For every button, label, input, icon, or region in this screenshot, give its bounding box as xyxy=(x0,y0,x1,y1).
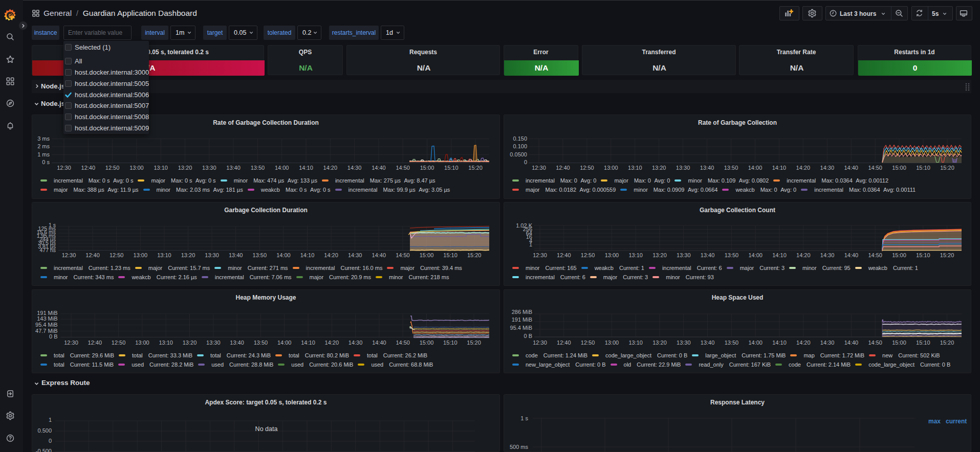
svg-text:15:20: 15:20 xyxy=(468,165,483,171)
svg-text:12:40: 12:40 xyxy=(85,252,100,258)
svg-text:15:20: 15:20 xyxy=(940,165,954,171)
svg-text:0.0500: 0.0500 xyxy=(510,151,527,157)
svg-text:13:20: 13:20 xyxy=(652,252,667,258)
svg-text:14:20: 14:20 xyxy=(796,252,811,258)
svg-text:13:10: 13:10 xyxy=(154,165,168,171)
svg-text:13:40: 13:40 xyxy=(230,340,244,346)
svg-text:15:00: 15:00 xyxy=(420,340,434,346)
svg-text:14:10: 14:10 xyxy=(300,252,315,258)
svg-text:13:20: 13:20 xyxy=(652,340,667,346)
svg-text:13:50: 13:50 xyxy=(724,165,738,171)
svg-text:1: 1 xyxy=(49,417,52,423)
svg-text:14:00: 14:00 xyxy=(276,252,291,258)
svg-text:13:00: 13:00 xyxy=(129,165,144,171)
svg-text:15:10: 15:10 xyxy=(916,252,930,258)
svg-text:14:40: 14:40 xyxy=(844,340,859,346)
svg-text:15:20: 15:20 xyxy=(940,252,954,258)
svg-text:13:00: 13:00 xyxy=(605,252,619,258)
svg-text:13:00: 13:00 xyxy=(605,340,619,346)
svg-text:15:00: 15:00 xyxy=(420,165,434,171)
svg-text:14:30: 14:30 xyxy=(820,165,835,171)
svg-text:191 MiB: 191 MiB xyxy=(512,317,532,323)
svg-text:477 ns: 477 ns xyxy=(39,247,56,253)
svg-text:15:00: 15:00 xyxy=(892,340,906,346)
svg-text:-0.500: -0.500 xyxy=(36,448,52,452)
svg-text:13:00: 13:00 xyxy=(135,340,149,346)
svg-text:12:30: 12:30 xyxy=(533,252,547,258)
svg-text:13:30: 13:30 xyxy=(677,252,691,258)
svg-text:14:50: 14:50 xyxy=(396,252,410,258)
svg-text:14:30: 14:30 xyxy=(820,340,835,346)
svg-text:286 MiB: 286 MiB xyxy=(512,309,532,315)
svg-text:15:10: 15:10 xyxy=(916,165,930,171)
svg-text:14:20: 14:20 xyxy=(796,340,811,346)
svg-text:47.7 MiB: 47.7 MiB xyxy=(35,328,57,334)
svg-text:15:00: 15:00 xyxy=(892,252,906,258)
svg-text:15:20: 15:20 xyxy=(940,340,954,346)
svg-text:14:40: 14:40 xyxy=(844,165,858,171)
svg-text:14:30: 14:30 xyxy=(820,252,835,258)
svg-text:12:50: 12:50 xyxy=(112,340,126,346)
svg-text:13:20: 13:20 xyxy=(652,165,666,171)
svg-text:13:30: 13:30 xyxy=(206,340,221,346)
svg-text:14:40: 14:40 xyxy=(372,340,386,346)
svg-text:14:00: 14:00 xyxy=(748,340,763,346)
svg-text:12:50: 12:50 xyxy=(105,165,120,171)
svg-text:14:00: 14:00 xyxy=(748,165,763,171)
svg-text:15:10: 15:10 xyxy=(443,340,458,346)
svg-text:0.100: 0.100 xyxy=(513,143,527,149)
svg-text:14:10: 14:10 xyxy=(772,340,787,346)
svg-text:13:50: 13:50 xyxy=(725,252,739,258)
svg-text:191 MiB: 191 MiB xyxy=(37,310,57,316)
svg-text:14:40: 14:40 xyxy=(844,252,859,258)
svg-text:13:30: 13:30 xyxy=(205,252,219,258)
svg-text:13:20: 13:20 xyxy=(183,340,197,346)
svg-text:14:10: 14:10 xyxy=(772,165,787,171)
svg-text:14:00: 14:00 xyxy=(275,165,289,171)
svg-text:13:30: 13:30 xyxy=(202,165,216,171)
svg-text:13:10: 13:10 xyxy=(628,252,643,258)
svg-text:15:00: 15:00 xyxy=(420,252,434,258)
svg-text:12:50: 12:50 xyxy=(581,340,595,346)
svg-text:143 MiB: 143 MiB xyxy=(37,315,57,322)
svg-text:13:50: 13:50 xyxy=(251,165,265,171)
svg-text:12:30: 12:30 xyxy=(533,340,547,346)
svg-text:13:40: 13:40 xyxy=(701,340,715,346)
svg-text:3 ms: 3 ms xyxy=(37,135,50,142)
svg-text:2 ms: 2 ms xyxy=(37,143,50,149)
svg-text:14:20: 14:20 xyxy=(796,165,811,171)
svg-text:13:20: 13:20 xyxy=(178,165,192,171)
svg-text:13:40: 13:40 xyxy=(226,165,241,171)
svg-text:14:00: 14:00 xyxy=(748,252,763,258)
svg-text:13:10: 13:10 xyxy=(157,252,171,258)
svg-text:13:50: 13:50 xyxy=(253,252,267,258)
svg-text:12:30: 12:30 xyxy=(62,252,76,258)
svg-text:15:00: 15:00 xyxy=(892,165,906,171)
svg-text:13:10: 13:10 xyxy=(628,165,642,171)
svg-text:12:40: 12:40 xyxy=(557,252,571,258)
svg-text:14:30: 14:30 xyxy=(348,252,362,258)
svg-text:95.4 MiB: 95.4 MiB xyxy=(510,325,532,331)
svg-text:14:50: 14:50 xyxy=(868,340,882,346)
svg-text:12:50: 12:50 xyxy=(581,252,595,258)
svg-text:12:50: 12:50 xyxy=(110,252,124,258)
svg-text:13:40: 13:40 xyxy=(229,252,243,258)
svg-text:12:40: 12:40 xyxy=(557,340,571,346)
svg-text:13:30: 13:30 xyxy=(677,340,691,346)
svg-text:13:10: 13:10 xyxy=(159,340,173,346)
svg-text:95.4 MiB: 95.4 MiB xyxy=(35,322,57,328)
svg-text:0: 0 xyxy=(524,159,527,165)
svg-text:0.150: 0.150 xyxy=(513,135,527,142)
svg-text:13:20: 13:20 xyxy=(181,252,195,258)
svg-text:12:40: 12:40 xyxy=(88,340,102,346)
svg-text:14:10: 14:10 xyxy=(301,340,315,346)
svg-text:14:10: 14:10 xyxy=(299,165,313,171)
svg-text:13:30: 13:30 xyxy=(676,165,690,171)
svg-text:12:40: 12:40 xyxy=(81,165,96,171)
svg-text:13:50: 13:50 xyxy=(254,340,268,346)
svg-text:12:50: 12:50 xyxy=(580,165,594,171)
svg-text:13:10: 13:10 xyxy=(628,340,643,346)
svg-text:500 ms: 500 ms xyxy=(510,444,529,450)
svg-text:14:50: 14:50 xyxy=(396,340,410,346)
svg-text:12:30: 12:30 xyxy=(532,165,546,171)
